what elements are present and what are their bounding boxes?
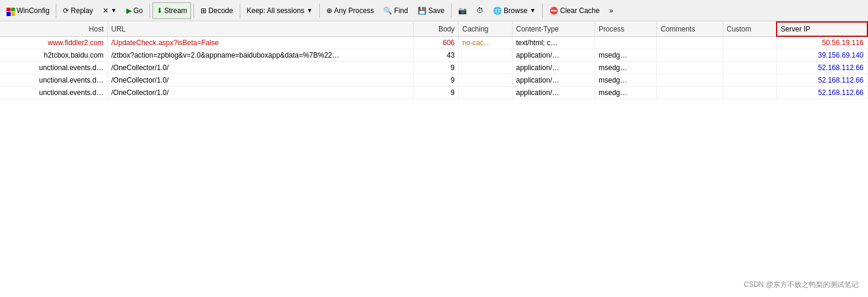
cell-body: 606 xyxy=(413,36,459,49)
cell-process: msedg… xyxy=(594,74,656,87)
separator-1 xyxy=(56,4,56,18)
globe-icon: ⊕ xyxy=(326,7,332,15)
screenshot-button[interactable]: 📷 xyxy=(454,2,471,19)
separator-2 xyxy=(150,4,150,18)
cell-server-ip: 50.56.19.116 xyxy=(777,36,867,49)
cell-caching xyxy=(459,74,513,87)
save-label: Save xyxy=(428,7,444,15)
save-icon: 💾 xyxy=(418,7,427,15)
sessions-table-container: Host URL Body Caching Content-Type Proce… xyxy=(0,21,868,99)
more-icon: » xyxy=(609,7,613,15)
winconfig-button[interactable]: WinConfig xyxy=(2,2,53,19)
main-toolbar: WinConfig ⟳ Replay ✕ ▼ ▶ Go ⬇ Stream ⊞ D… xyxy=(0,0,868,21)
cell-process: msedg… xyxy=(594,87,656,99)
table-row[interactable]: unctional.events.d… /OneCollector/1.0/ 9… xyxy=(0,74,867,87)
cell-host: unctional.events.d… xyxy=(0,74,107,87)
cell-custom xyxy=(723,36,777,49)
browse-label: Browse xyxy=(504,7,527,15)
replay-icon: ⟳ xyxy=(63,7,69,15)
col-server-ip: Server IP xyxy=(777,22,867,36)
cell-content-type: application/… xyxy=(512,49,594,62)
browse-icon: 🌐 xyxy=(493,7,502,15)
winconfig-label: WinConfig xyxy=(17,7,49,15)
decode-label: Decode xyxy=(208,7,233,15)
cell-body: 9 xyxy=(413,74,459,87)
timer-icon: ⏱ xyxy=(476,7,484,15)
cell-comments xyxy=(657,49,723,62)
cell-url: /OneCollector/1.0/ xyxy=(107,62,413,74)
clearcache-button[interactable]: ⛔ Clear Cache xyxy=(545,2,604,19)
stream-label: Stream xyxy=(164,7,187,15)
table-row[interactable]: unctional.events.d… /OneCollector/1.0/ 9… xyxy=(0,62,867,74)
go-button[interactable]: ▶ Go xyxy=(122,2,147,19)
cell-url: /UpdateCheck.aspx?isBeta=False xyxy=(107,36,413,49)
cell-server-ip: 52.168.112.66 xyxy=(777,74,867,87)
table-row[interactable]: www.fiddler2.com /UpdateCheck.aspx?isBet… xyxy=(0,36,867,49)
clearcache-label: Clear Cache xyxy=(560,7,600,15)
cell-content-type: application/… xyxy=(512,87,594,99)
table-header: Host URL Body Caching Content-Type Proce… xyxy=(0,22,867,36)
browse-button[interactable]: 🌐 Browse ▼ xyxy=(489,2,540,19)
decode-button[interactable]: ⊞ Decode xyxy=(196,2,237,19)
cell-server-ip: 52.168.112.66 xyxy=(777,87,867,99)
go-icon: ▶ xyxy=(126,7,132,15)
table-row[interactable]: unctional.events.d… /OneCollector/1.0/ 9… xyxy=(0,87,867,99)
cell-comments xyxy=(657,36,723,49)
cell-comments xyxy=(657,87,723,99)
find-icon: 🔍 xyxy=(383,7,392,15)
cell-host: unctional.events.d… xyxy=(0,62,107,74)
cell-host: www.fiddler2.com xyxy=(0,36,107,49)
col-url: URL xyxy=(107,22,413,36)
replay-button[interactable]: ⟳ Replay xyxy=(59,2,97,19)
cell-body: 9 xyxy=(413,87,459,99)
cell-url: /OneCollector/1.0/ xyxy=(107,87,413,99)
cell-custom xyxy=(723,49,777,62)
anyprocess-label: Any Process xyxy=(334,7,374,15)
cell-content-type: application/… xyxy=(512,74,594,87)
cell-caching xyxy=(459,49,513,62)
clearcache-icon: ⛔ xyxy=(549,7,558,15)
table-body: www.fiddler2.com /UpdateCheck.aspx?isBet… xyxy=(0,36,867,99)
cell-host: h2tcbox.baidu.com xyxy=(0,49,107,62)
cell-host: unctional.events.d… xyxy=(0,87,107,99)
col-caching: Caching xyxy=(459,22,513,36)
cell-comments xyxy=(657,74,723,87)
sessions-table: Host URL Body Caching Content-Type Proce… xyxy=(0,21,868,99)
table-row[interactable]: h2tcbox.baidu.com /ztbox?action=zpblog&v… xyxy=(0,49,867,62)
cell-url: /ztbox?action=zpblog&v=2.0&appname=baidu… xyxy=(107,49,413,62)
stream-button[interactable]: ⬇ Stream xyxy=(152,2,192,19)
col-comments: Comments xyxy=(657,22,723,36)
cell-body: 9 xyxy=(413,62,459,74)
col-host: Host xyxy=(0,22,107,36)
separator-4 xyxy=(240,4,240,18)
find-button[interactable]: 🔍 Find xyxy=(379,2,412,19)
keep-label: Keep: All sessions xyxy=(247,7,304,15)
cell-custom xyxy=(723,74,777,87)
cell-body: 43 xyxy=(413,49,459,62)
decode-icon: ⊞ xyxy=(201,7,206,15)
cell-comments xyxy=(657,62,723,74)
cell-content-type: text/html; c… xyxy=(512,36,594,49)
cell-content-type: application/… xyxy=(512,62,594,74)
col-process: Process xyxy=(594,22,656,36)
x-label: ✕ xyxy=(103,7,109,15)
more-button[interactable]: » xyxy=(605,2,618,19)
x-button[interactable]: ✕ ▼ xyxy=(98,2,121,19)
windows-icon xyxy=(7,5,15,16)
separator-7 xyxy=(542,4,543,18)
cell-caching xyxy=(459,62,513,74)
anyprocess-button[interactable]: ⊕ Any Process xyxy=(322,2,378,19)
cell-process: msedg… xyxy=(594,62,656,74)
timer-button[interactable]: ⏱ xyxy=(472,2,488,19)
separator-6 xyxy=(451,4,452,18)
cell-custom xyxy=(723,87,777,99)
cell-server-ip: 39.156.69.140 xyxy=(777,49,867,62)
save-button[interactable]: 💾 Save xyxy=(414,2,449,19)
separator-3 xyxy=(193,4,194,18)
cell-caching: no-cac… xyxy=(459,36,513,49)
browse-dropdown: ▼ xyxy=(530,7,536,14)
col-body: Body xyxy=(413,22,459,36)
cell-url: /OneCollector/1.0/ xyxy=(107,74,413,87)
col-content-type: Content-Type xyxy=(512,22,594,36)
keep-button[interactable]: Keep: All sessions ▼ xyxy=(243,2,317,19)
